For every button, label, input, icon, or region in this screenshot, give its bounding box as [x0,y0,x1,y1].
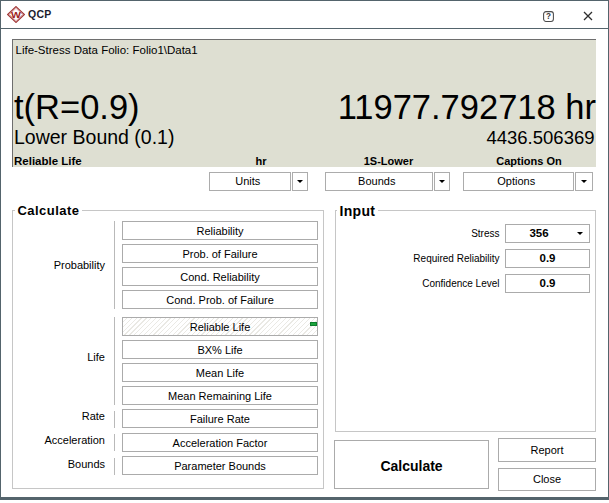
svg-text:W: W [11,9,21,20]
svg-text:?: ? [546,12,551,21]
